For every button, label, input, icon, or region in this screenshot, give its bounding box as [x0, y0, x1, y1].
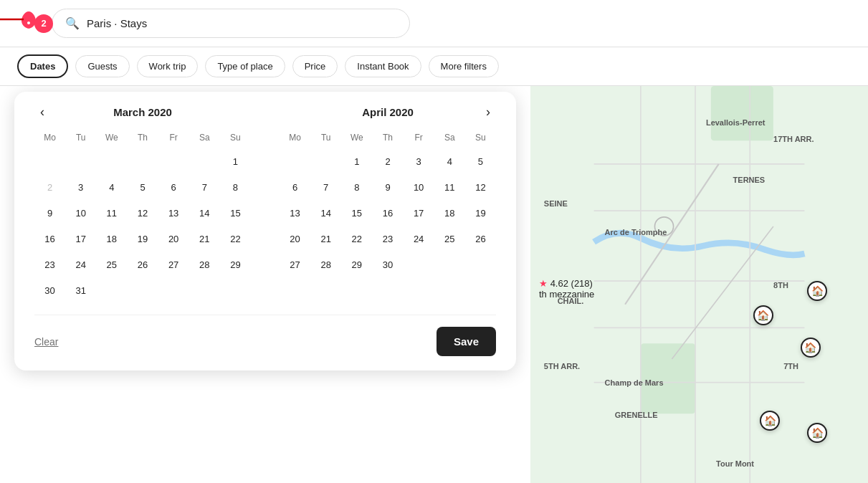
map-pin[interactable]: 🏠 [760, 411, 780, 431]
map-pin[interactable]: 🏠 [753, 305, 773, 325]
filter-type-of-place[interactable]: Type of place [205, 55, 285, 77]
calendar-day[interactable]: 23 [34, 252, 65, 277]
calendar-day[interactable]: 4 [96, 174, 127, 200]
filter-more-filters[interactable]: More filters [429, 55, 499, 77]
col-tu: Tu [310, 130, 341, 148]
col-we: We [341, 130, 372, 148]
calendar-day[interactable]: 6 [158, 174, 189, 200]
calendar-day[interactable]: 30 [34, 277, 65, 303]
calendar-day[interactable]: 22 [220, 226, 251, 252]
calendar-day[interactable]: 1 [341, 148, 372, 174]
calendar-day [189, 148, 220, 174]
calendar-day[interactable]: 5 [127, 174, 158, 200]
calendar-day[interactable]: 3 [404, 148, 434, 174]
calendar-day [65, 148, 96, 174]
calendar-april: April 2020 › Mo Tu We Th Fr Sa [280, 106, 496, 303]
calendar-day[interactable]: 16 [34, 226, 65, 252]
calendar-day[interactable]: 19 [465, 200, 496, 226]
calendar-day[interactable]: 13 [158, 200, 189, 226]
calendar-day[interactable]: 21 [310, 226, 341, 252]
march-title: March 2020 [113, 106, 172, 118]
calendar-day[interactable]: 31 [65, 277, 96, 303]
calendar-day[interactable]: 28 [189, 252, 220, 277]
search-bar[interactable]: 🔍 Paris · Stays [52, 9, 410, 38]
map-pin[interactable]: 🏠 [807, 281, 827, 301]
map-pin[interactable]: 🏠 [807, 423, 827, 443]
calendar-day[interactable]: 11 [434, 174, 465, 200]
calendar-day[interactable]: 16 [372, 200, 403, 226]
calendar-day[interactable]: 15 [220, 200, 251, 226]
calendar-day[interactable]: 24 [65, 252, 96, 277]
calendar-day[interactable]: 17 [65, 226, 96, 252]
filter-instant-book[interactable]: Instant Book [345, 55, 421, 77]
calendar-day[interactable]: 7 [310, 174, 341, 200]
calendar-day[interactable]: 12 [127, 200, 158, 226]
calendar-day[interactable]: 3 [65, 174, 96, 200]
map-label: GRENELLE [615, 411, 658, 419]
calendar-day[interactable]: 19 [127, 226, 158, 252]
calendar-day[interactable]: 14 [310, 200, 341, 226]
calendar-day [220, 277, 251, 303]
calendar-day[interactable]: 15 [341, 200, 372, 226]
next-month-button[interactable]: › [480, 102, 496, 123]
march-header: ‹ March 2020 [34, 106, 251, 118]
calendar-day[interactable]: 30 [372, 252, 403, 277]
calendar-day[interactable]: 27 [158, 252, 189, 277]
calendar-day [404, 252, 434, 277]
clear-button[interactable]: Clear [34, 336, 58, 348]
calendar-day [434, 252, 465, 277]
calendar-day[interactable]: 10 [65, 200, 96, 226]
calendar-day[interactable]: 25 [434, 226, 465, 252]
filter-dates[interactable]: Dates [17, 54, 68, 78]
calendar-day[interactable]: 18 [96, 226, 127, 252]
calendar-day[interactable]: 29 [220, 252, 251, 277]
col-sa: Sa [434, 130, 465, 148]
calendar-day[interactable]: 14 [189, 200, 220, 226]
filter-price[interactable]: Price [292, 55, 338, 77]
calendar-day[interactable]: 2 [372, 148, 403, 174]
save-button[interactable]: Save [437, 327, 496, 356]
calendar-day[interactable]: 5 [465, 148, 496, 174]
calendar-day[interactable]: 26 [465, 226, 496, 252]
calendar-day[interactable]: 29 [341, 252, 372, 277]
calendar-day[interactable]: 23 [372, 226, 403, 252]
calendar-day[interactable]: 13 [280, 200, 310, 226]
calendar-day[interactable]: 20 [280, 226, 310, 252]
calendar-day [189, 277, 220, 303]
calendar-day[interactable]: 1 [220, 148, 251, 174]
calendar-day[interactable]: 20 [158, 226, 189, 252]
calendar-day[interactable]: 6 [280, 174, 310, 200]
calendar-day[interactable]: 24 [404, 226, 434, 252]
filter-work-trip[interactable]: Work trip [137, 55, 199, 77]
map-label: 17TH ARR. [773, 135, 814, 143]
notification-badge: 2 [34, 14, 53, 33]
map-panel: Levallois-Perret17TH ARR.SEINETERNESArc … [530, 86, 868, 483]
calendar-day[interactable]: 28 [310, 252, 341, 277]
calendar-day[interactable]: 7 [189, 174, 220, 200]
april-header: April 2020 › [280, 106, 496, 118]
calendar-day[interactable]: 25 [96, 252, 127, 277]
calendar-day[interactable]: 17 [404, 200, 434, 226]
calendar-day[interactable]: 2 [34, 174, 65, 200]
map-label: 7TH [783, 362, 798, 370]
calendar-day[interactable]: 11 [96, 200, 127, 226]
map-pin[interactable]: 🏠 [801, 338, 821, 358]
calendar-day[interactable]: 9 [372, 174, 403, 200]
filter-guests[interactable]: Guests [75, 55, 129, 77]
calendar-day[interactable]: 21 [189, 226, 220, 252]
calendar-day[interactable]: 8 [341, 174, 372, 200]
calendar-day[interactable]: 9 [34, 200, 65, 226]
calendar-day [158, 277, 189, 303]
map-label: TERNES [733, 176, 766, 184]
calendar-day[interactable]: 4 [434, 148, 465, 174]
calendar-day[interactable]: 10 [404, 174, 434, 200]
prev-month-button[interactable]: ‹ [34, 102, 50, 123]
calendar-day[interactable]: 18 [434, 200, 465, 226]
calendar-day[interactable]: 26 [127, 252, 158, 277]
col-mo: Mo [280, 130, 310, 148]
calendar-day[interactable]: 8 [220, 174, 251, 200]
calendar-day[interactable]: 22 [341, 226, 372, 252]
col-tu: Tu [65, 130, 96, 148]
calendar-day[interactable]: 12 [465, 174, 496, 200]
calendar-day[interactable]: 27 [280, 252, 310, 277]
